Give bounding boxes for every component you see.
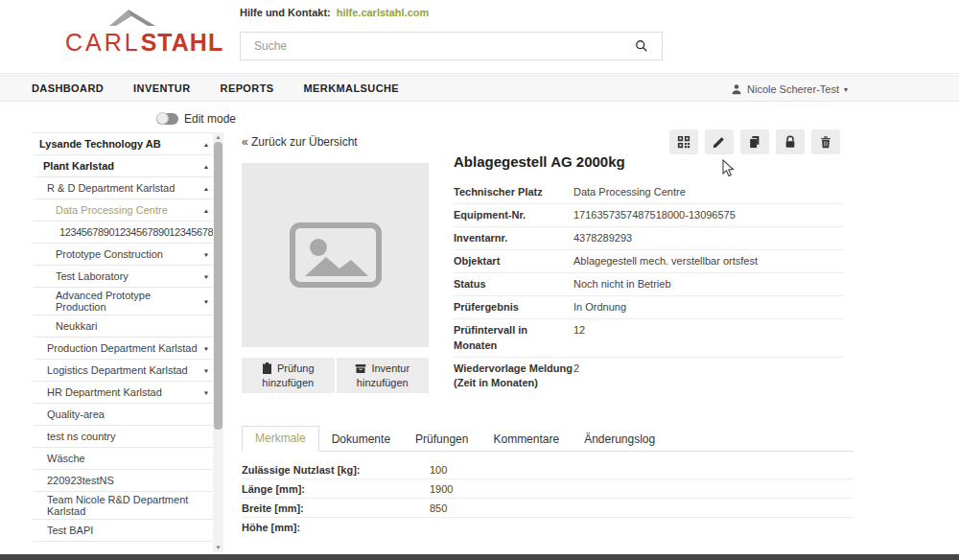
detail-label: Technischer Platz [454, 185, 573, 200]
collapse-caret-icon[interactable]: ▲ [199, 207, 213, 213]
detail-row: Inventarnr.4378289293 [454, 227, 843, 250]
sidebar-item-waesche[interactable]: Wäsche [34, 448, 213, 470]
nav-item-merkmalsuche[interactable]: MERKMALSUCHE [304, 82, 400, 94]
expand-caret-icon[interactable]: ▼ [199, 273, 213, 279]
sidebar-item-test-bapi[interactable]: Test BAPI [34, 520, 213, 542]
search-icon [635, 39, 648, 53]
scroll-up-icon[interactable]: ▲ [213, 132, 223, 142]
tree-item-label: Production Department Karlstad [47, 342, 199, 354]
sidebar-item-220923testns[interactable]: 220923testNS [34, 470, 213, 492]
tab-kommentare[interactable]: Kommentare [480, 428, 572, 452]
sidebar-item-prototype-construction[interactable]: Prototype Construction▼ [34, 244, 213, 266]
sidebar-item-production-department-karlstad[interactable]: Production Department Karlstad▼ [34, 338, 213, 360]
trash-icon [819, 135, 832, 149]
collapse-caret-icon[interactable]: ▲ [199, 163, 213, 169]
detail-value: In Ordnung [573, 300, 843, 315]
attribute-label: Länge [mm]: [242, 483, 430, 495]
sidebar-item-plant-karlstad[interactable]: Plant Karlstad▲ [34, 155, 213, 177]
sidebar-item-team-nicole-rd-department[interactable]: Team Nicole R&D Department Karlstad [34, 492, 213, 520]
scroll-down-icon[interactable]: ▼ [213, 543, 223, 552]
sidebar-item-numeric-location[interactable]: 1234567890123456789012345678 [34, 222, 213, 244]
edit-button[interactable] [705, 129, 734, 154]
attribute-row: Breite [mm]:850 [242, 499, 854, 518]
expand-caret-icon[interactable]: ▼ [199, 367, 213, 373]
attribute-label: Breite [mm]: [242, 502, 430, 514]
expand-caret-icon[interactable]: ▼ [199, 389, 213, 395]
tab-pruefungen[interactable]: Prüfungen [403, 428, 480, 452]
sidebar-item-advanced-prototype-production[interactable]: Advanced Prototype Production▼ [34, 288, 213, 315]
search-box [240, 32, 663, 60]
collapse-caret-icon[interactable]: ▲ [199, 141, 213, 147]
nav-item-reports[interactable]: REPORTS [221, 82, 274, 94]
help-row: Hilfe und Kontakt:hilfe.carlstahl.com [240, 7, 429, 18]
sidebar-item-test-ns-country[interactable]: test ns country [34, 426, 213, 448]
sidebar-item-rd-department-karlstad[interactable]: R & D Department Karlstad▲ [34, 177, 213, 199]
clipboard-icon [262, 362, 272, 374]
carl-stahl-logo: CARLSTAHL [65, 8, 199, 61]
add-pruefung-label-line2: hinzufügen [262, 377, 314, 388]
back-to-overview-link[interactable]: « Zurück zur Übersicht [242, 135, 358, 149]
sidebar-item-logistics-department-karlstad[interactable]: Logistics Department Karlstad▼ [34, 360, 213, 382]
expand-caret-icon[interactable]: ▼ [199, 251, 213, 257]
expand-caret-icon[interactable]: ▼ [199, 298, 213, 304]
sidebar-item-hr-department-karlstad[interactable]: HR Department Karlstad▼ [34, 382, 213, 404]
search-button[interactable] [621, 33, 662, 59]
detail-value: 1716357357487518000-13096575 [573, 208, 843, 223]
copy-button[interactable] [740, 129, 769, 154]
detail-value: 2 [573, 362, 843, 392]
qr-code-button[interactable] [669, 129, 698, 154]
attribute-row: Zulässige Nutzlast [kg]:100 [242, 460, 854, 479]
detail-value: 4378289293 [573, 231, 843, 246]
search-input[interactable] [241, 39, 621, 53]
sidebar-item-test-laboratory[interactable]: Test Laboratory▼ [34, 266, 213, 288]
lock-icon [784, 135, 797, 149]
tab-aenderungslog[interactable]: Änderungslog [572, 428, 667, 452]
expand-caret-icon[interactable]: ▼ [199, 345, 213, 351]
nav-item-inventur[interactable]: INVENTUR [133, 82, 190, 94]
roof-icon [107, 8, 157, 29]
lock-button[interactable] [776, 129, 805, 154]
sidebar-item-neukkari[interactable]: Neukkari [34, 315, 213, 338]
detail-row: Equipment-Nr.1716357357487518000-1309657… [454, 204, 843, 227]
nav-item-dashboard[interactable]: DASHBOARD [32, 82, 104, 94]
detail-row: StatusNoch nicht in Betrieb [454, 273, 843, 296]
main-nav: DASHBOARD INVENTUR REPORTS MERKMALSUCHE … [0, 75, 959, 102]
sidebar-scrollbar[interactable]: ▲ ▼ [213, 132, 223, 552]
bottom-window-border [0, 554, 959, 560]
tree-item-label: Test Laboratory [56, 270, 199, 282]
tab-merkmale[interactable]: Merkmale [242, 426, 319, 452]
help-link[interactable]: hilfe.carlstahl.com [337, 7, 430, 18]
collapse-caret-icon[interactable]: ▲ [199, 185, 213, 191]
sidebar-item-quality-area[interactable]: Quality-area [34, 404, 213, 426]
detail-value: 12 [573, 323, 843, 354]
help-label: Hilfe und Kontakt: [240, 7, 331, 18]
attribute-row: Höhe [mm]: [242, 518, 854, 537]
tree-item-label: Logistics Department Karlstad [47, 364, 199, 376]
tree-item-label: 220923testNS [47, 475, 213, 486]
add-pruefung-button[interactable]: Prüfung hinzufügen [242, 358, 335, 393]
detail-value: Ablagegestell mech. verstellbar ortsfest [573, 254, 843, 269]
object-toolbar [669, 129, 840, 154]
detail-value: Noch nicht in Betrieb [573, 277, 843, 292]
attribute-row: Länge [mm]:1900 [242, 479, 854, 499]
toggle-knob [156, 112, 169, 125]
delete-button[interactable] [811, 129, 840, 154]
add-inventur-button[interactable]: Inventur hinzufügen [335, 358, 430, 393]
tab-dokumente[interactable]: Dokumente [319, 428, 403, 452]
tree-item-label: Data Processing Centre [56, 204, 199, 216]
tree-item-label: Prototype Construction [56, 248, 199, 260]
attribute-label: Zulässige Nutzlast [kg]: [242, 464, 430, 476]
sidebar-item-data-processing-centre[interactable]: Data Processing Centre▲ [34, 199, 213, 222]
pencil-icon [713, 135, 726, 149]
user-menu[interactable]: Nicole Scherer-Test ▾ [731, 76, 848, 103]
detail-row: Technischer PlatzData Processing Centre [454, 181, 843, 204]
scrollbar-thumb[interactable] [214, 142, 222, 430]
edit-mode-toggle[interactable] [156, 113, 178, 125]
detail-label: Prüfergebnis [454, 300, 573, 315]
tree-item-label: Advanced Prototype Production [56, 290, 199, 313]
tree-item-label: Lysande Technology AB [39, 138, 199, 150]
sidebar-item-lysande-technology-ab[interactable]: Lysande Technology AB▲ [34, 133, 213, 155]
detail-label: Prüfintervall in Monaten [454, 323, 573, 354]
tree-item-label: test ns country [47, 431, 213, 442]
detail-value: Data Processing Centre [573, 185, 843, 200]
